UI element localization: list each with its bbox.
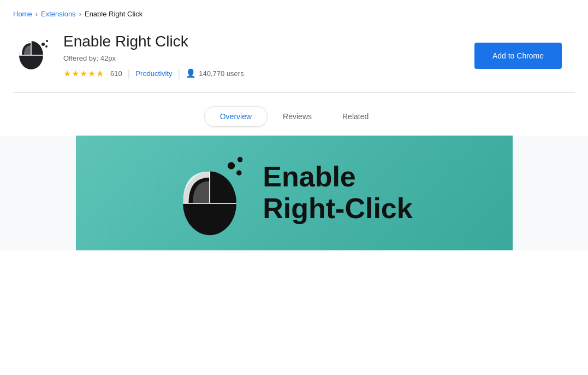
- star-4: ★: [88, 68, 96, 79]
- star-1: ★: [63, 68, 71, 79]
- tab-related[interactable]: Related: [327, 106, 384, 127]
- users-count: 140,770 users: [199, 69, 243, 78]
- svg-point-4: [46, 40, 48, 42]
- star-5-half: ★: [96, 68, 104, 79]
- tab-overview[interactable]: Overview: [204, 106, 268, 127]
- star-2: ★: [72, 68, 79, 79]
- banner-mouse-icon: [175, 149, 246, 237]
- meta-row: ★ ★ ★ ★ ★ 610 | Productivity | 👤 140,770…: [63, 68, 464, 79]
- breadcrumb-current: Enable Right Click: [85, 10, 142, 18]
- offered-by: Offered by: 42px: [63, 54, 464, 62]
- users-meta: 👤 140,770 users: [186, 68, 243, 78]
- extension-info: Enable Right Click Offered by: 42px ★ ★ …: [63, 32, 464, 79]
- meta-sep-1: |: [128, 68, 130, 79]
- svg-point-11: [236, 170, 241, 175]
- svg-point-9: [228, 162, 235, 169]
- users-icon: 👤: [186, 68, 196, 78]
- extension-header: Enable Right Click Offered by: 42px ★ ★ …: [0, 24, 588, 92]
- banner-image: Enable Right-Click: [76, 136, 513, 250]
- stars: ★ ★ ★ ★ ★: [63, 68, 104, 79]
- breadcrumb-home[interactable]: Home: [13, 10, 32, 18]
- extension-title: Enable Right Click: [63, 32, 464, 51]
- meta-sep-2: |: [178, 68, 181, 79]
- star-3: ★: [80, 68, 87, 79]
- breadcrumb: Home › Extensions › Enable Right Click: [0, 0, 588, 24]
- breadcrumb-separator-2: ›: [79, 10, 81, 18]
- svg-point-5: [45, 45, 47, 48]
- breadcrumb-separator-1: ›: [35, 10, 38, 18]
- svg-point-10: [237, 157, 242, 162]
- banner-text-line2: Right-Click: [263, 193, 412, 224]
- tab-reviews[interactable]: Reviews: [268, 106, 327, 127]
- breadcrumb-extensions[interactable]: Extensions: [41, 10, 76, 18]
- category-link[interactable]: Productivity: [135, 69, 172, 78]
- banner-content: Enable Right-Click: [175, 149, 412, 237]
- banner-text: Enable Right-Click: [263, 161, 412, 224]
- banner-container: Enable Right-Click: [0, 136, 588, 250]
- rating-count: 610: [110, 69, 122, 78]
- banner-text-line1: Enable: [263, 161, 412, 192]
- tabs-container: Overview Reviews Related: [0, 93, 588, 136]
- svg-point-3: [41, 43, 45, 46]
- add-to-chrome-button[interactable]: Add to Chrome: [474, 43, 562, 69]
- extension-icon: [13, 32, 52, 72]
